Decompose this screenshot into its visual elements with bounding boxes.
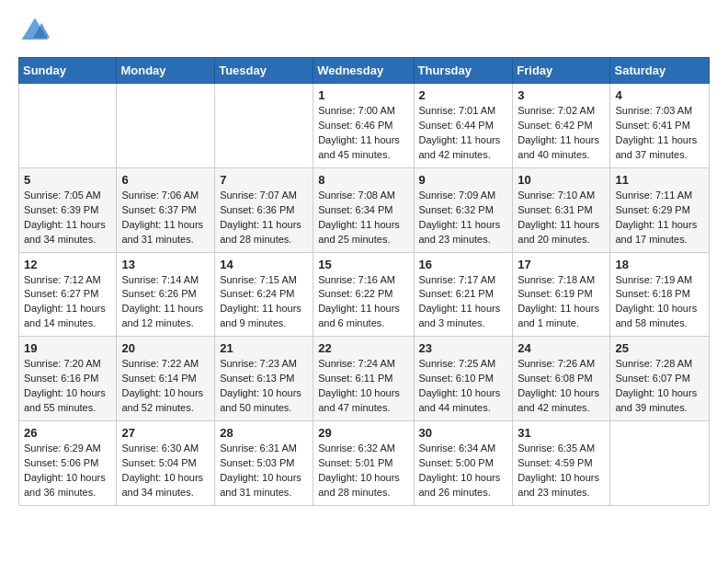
daylight-text: Daylight: 10 hours and 55 minutes. — [24, 386, 111, 416]
day-number: 6 — [121, 173, 210, 187]
day-number: 23 — [419, 341, 508, 355]
col-thursday: Thursday — [414, 58, 513, 84]
col-saturday: Saturday — [610, 58, 710, 84]
sunset-text: Sunset: 6:34 PM — [318, 203, 408, 218]
sunset-text: Sunset: 6:32 PM — [419, 203, 508, 218]
sunrise-text: Sunrise: 7:19 AM — [615, 273, 704, 288]
day-info: Sunrise: 7:06 AMSunset: 6:37 PMDaylight:… — [121, 189, 210, 247]
daylight-text: Daylight: 11 hours and 42 minutes. — [419, 133, 508, 163]
sunrise-text: Sunrise: 7:07 AM — [220, 189, 308, 203]
calendar-cell: 11Sunrise: 7:11 AMSunset: 6:29 PMDayligh… — [610, 167, 710, 252]
sunset-text: Sunset: 6:21 PM — [419, 287, 508, 302]
col-friday: Friday — [513, 58, 610, 84]
sunset-text: Sunset: 6:41 PM — [615, 119, 704, 133]
calendar-week-row: 12Sunrise: 7:12 AMSunset: 6:27 PMDayligh… — [19, 252, 710, 337]
daylight-text: Daylight: 10 hours and 26 minutes. — [419, 471, 508, 500]
day-info: Sunrise: 7:23 AMSunset: 6:13 PMDaylight:… — [220, 357, 308, 416]
day-number: 18 — [615, 258, 704, 271]
sunrise-text: Sunrise: 7:14 AM — [121, 273, 210, 288]
sunset-text: Sunset: 6:24 PM — [220, 287, 308, 302]
sunrise-text: Sunrise: 7:10 AM — [518, 189, 605, 203]
day-info: Sunrise: 7:22 AMSunset: 6:14 PMDaylight:… — [121, 357, 210, 416]
calendar-cell: 19Sunrise: 7:20 AMSunset: 6:16 PMDayligh… — [19, 337, 117, 421]
calendar-cell: 26Sunrise: 6:29 AMSunset: 5:06 PMDayligh… — [19, 421, 117, 506]
sunset-text: Sunset: 6:42 PM — [518, 119, 605, 133]
day-info: Sunrise: 6:34 AMSunset: 5:00 PMDaylight:… — [419, 442, 508, 500]
day-number: 12 — [24, 258, 111, 271]
calendar-cell: 10Sunrise: 7:10 AMSunset: 6:31 PMDayligh… — [513, 167, 610, 252]
sunset-text: Sunset: 5:06 PM — [24, 456, 111, 471]
sunrise-text: Sunrise: 7:24 AM — [318, 357, 408, 372]
day-number: 5 — [24, 173, 111, 187]
day-info: Sunrise: 7:03 AMSunset: 6:41 PMDaylight:… — [615, 104, 704, 163]
day-number: 13 — [121, 258, 210, 271]
daylight-text: Daylight: 11 hours and 37 minutes. — [615, 133, 704, 163]
daylight-text: Daylight: 10 hours and 47 minutes. — [318, 386, 408, 416]
calendar-cell: 16Sunrise: 7:17 AMSunset: 6:21 PMDayligh… — [414, 252, 513, 337]
sunrise-text: Sunrise: 7:12 AM — [24, 273, 111, 288]
calendar-cell: 12Sunrise: 7:12 AMSunset: 6:27 PMDayligh… — [19, 252, 117, 337]
calendar-cell — [117, 84, 215, 168]
daylight-text: Daylight: 10 hours and 31 minutes. — [220, 471, 308, 500]
sunrise-text: Sunrise: 7:05 AM — [24, 189, 111, 203]
day-number: 4 — [615, 88, 704, 102]
sunset-text: Sunset: 6:39 PM — [24, 203, 111, 218]
daylight-text: Daylight: 10 hours and 50 minutes. — [220, 386, 308, 416]
sunrise-text: Sunrise: 7:15 AM — [220, 273, 308, 288]
sunrise-text: Sunrise: 7:02 AM — [518, 104, 605, 119]
day-info: Sunrise: 7:09 AMSunset: 6:32 PMDaylight:… — [419, 189, 508, 247]
sunset-text: Sunset: 6:22 PM — [318, 287, 408, 302]
day-number: 10 — [518, 173, 605, 187]
daylight-text: Daylight: 10 hours and 58 minutes. — [615, 302, 704, 331]
sunrise-text: Sunrise: 7:26 AM — [518, 357, 605, 372]
sunset-text: Sunset: 6:46 PM — [318, 119, 408, 133]
sunset-text: Sunset: 5:04 PM — [121, 456, 210, 471]
calendar-cell: 5Sunrise: 7:05 AMSunset: 6:39 PMDaylight… — [19, 167, 117, 252]
sunrise-text: Sunrise: 7:08 AM — [318, 189, 408, 203]
day-info: Sunrise: 7:10 AMSunset: 6:31 PMDaylight:… — [518, 189, 605, 247]
day-number: 19 — [24, 341, 111, 355]
calendar-cell: 8Sunrise: 7:08 AMSunset: 6:34 PMDaylight… — [313, 167, 414, 252]
sunrise-text: Sunrise: 7:00 AM — [318, 104, 408, 119]
sunrise-text: Sunrise: 6:35 AM — [518, 442, 605, 456]
day-number: 1 — [318, 88, 408, 102]
daylight-text: Daylight: 11 hours and 14 minutes. — [24, 302, 111, 331]
sunrise-text: Sunrise: 7:01 AM — [419, 104, 508, 119]
daylight-text: Daylight: 11 hours and 6 minutes. — [318, 302, 408, 331]
sunrise-text: Sunrise: 6:30 AM — [121, 442, 210, 456]
sunset-text: Sunset: 5:03 PM — [220, 456, 308, 471]
day-number: 11 — [615, 173, 704, 187]
calendar-week-row: 26Sunrise: 6:29 AMSunset: 5:06 PMDayligh… — [19, 421, 710, 506]
calendar-cell — [19, 84, 117, 168]
sunrise-text: Sunrise: 7:18 AM — [518, 273, 605, 288]
day-info: Sunrise: 6:31 AMSunset: 5:03 PMDaylight:… — [220, 442, 308, 500]
calendar-cell: 31Sunrise: 6:35 AMSunset: 4:59 PMDayligh… — [513, 421, 610, 506]
daylight-text: Daylight: 10 hours and 44 minutes. — [419, 386, 508, 416]
sunrise-text: Sunrise: 6:34 AM — [419, 442, 508, 456]
day-info: Sunrise: 7:19 AMSunset: 6:18 PMDaylight:… — [615, 273, 704, 332]
day-number: 20 — [121, 341, 210, 355]
day-number: 17 — [518, 258, 605, 271]
calendar-cell: 24Sunrise: 7:26 AMSunset: 6:08 PMDayligh… — [513, 337, 610, 421]
day-number: 27 — [121, 426, 210, 440]
day-number: 7 — [220, 173, 308, 187]
day-info: Sunrise: 7:25 AMSunset: 6:10 PMDaylight:… — [419, 357, 508, 416]
calendar-cell: 1Sunrise: 7:00 AMSunset: 6:46 PMDaylight… — [313, 84, 414, 168]
calendar-cell: 28Sunrise: 6:31 AMSunset: 5:03 PMDayligh… — [215, 421, 313, 506]
calendar-cell: 14Sunrise: 7:15 AMSunset: 6:24 PMDayligh… — [215, 252, 313, 337]
calendar-cell: 18Sunrise: 7:19 AMSunset: 6:18 PMDayligh… — [610, 252, 710, 337]
daylight-text: Daylight: 10 hours and 23 minutes. — [518, 471, 605, 500]
daylight-text: Daylight: 10 hours and 52 minutes. — [121, 386, 210, 416]
day-info: Sunrise: 7:05 AMSunset: 6:39 PMDaylight:… — [24, 189, 111, 247]
calendar-cell: 17Sunrise: 7:18 AMSunset: 6:19 PMDayligh… — [513, 252, 610, 337]
calendar-cell: 9Sunrise: 7:09 AMSunset: 6:32 PMDaylight… — [414, 167, 513, 252]
daylight-text: Daylight: 11 hours and 3 minutes. — [419, 302, 508, 331]
day-number: 16 — [419, 258, 508, 271]
day-info: Sunrise: 6:30 AMSunset: 5:04 PMDaylight:… — [121, 442, 210, 500]
sunset-text: Sunset: 4:59 PM — [518, 456, 605, 471]
sunrise-text: Sunrise: 7:09 AM — [419, 189, 508, 203]
sunrise-text: Sunrise: 6:32 AM — [318, 442, 408, 456]
day-info: Sunrise: 7:00 AMSunset: 6:46 PMDaylight:… — [318, 104, 408, 163]
calendar-cell: 13Sunrise: 7:14 AMSunset: 6:26 PMDayligh… — [117, 252, 215, 337]
day-number: 21 — [220, 341, 308, 355]
